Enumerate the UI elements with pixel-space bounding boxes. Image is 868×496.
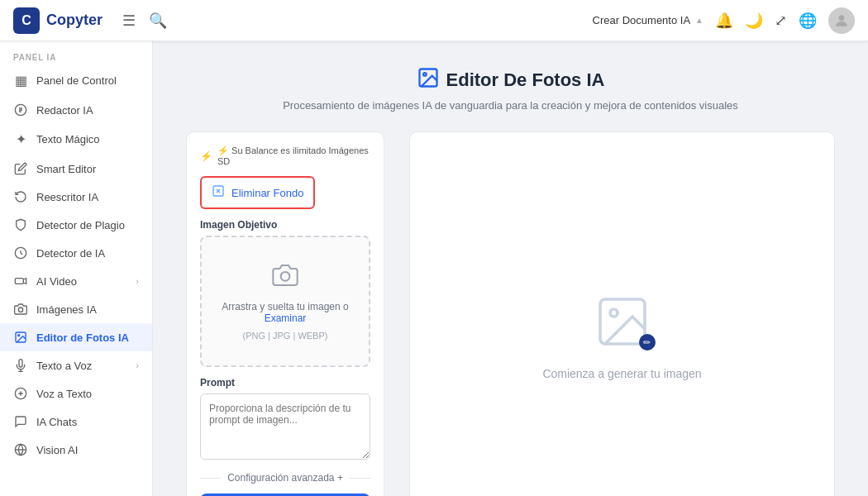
image-section: Imagen Objetivo Arrastra y suelta tu ima… <box>200 219 370 367</box>
moon-button[interactable]: 🌙 <box>745 12 763 30</box>
upload-drag-text: Arrastra y suelta tu imagen o <box>222 301 348 312</box>
redactor-icon <box>13 103 28 117</box>
globe-icon: 🌐 <box>799 12 817 30</box>
edit-icon <box>13 162 28 175</box>
body-layout: PANEL IA ▦ Panel de Control Redactor IA … <box>0 41 868 496</box>
upload-hint: (PNG | JPG | WEBP) <box>243 331 328 341</box>
upload-icon <box>272 262 298 294</box>
balance-notice: ⚡ ⚡ Su Balance es ilimitado Imágenes SD <box>200 145 370 166</box>
logo-area: C Copyter <box>13 7 103 34</box>
move-button[interactable]: ⤢ <box>775 12 787 30</box>
image-section-label: Imagen Objetivo <box>200 219 370 231</box>
sidebar-item-detector-plagio[interactable]: Detector de Plagio <box>0 211 152 239</box>
move-icon: ⤢ <box>775 12 787 30</box>
sidebar-item-voz-texto[interactable]: Voz a Texto <box>0 379 152 408</box>
crear-documento-label: Crear Documento IA <box>593 14 691 26</box>
tool-cards: Eliminar Fondo <box>200 176 370 209</box>
right-panel: ✏ Comienza a generar tu imagen <box>409 131 835 496</box>
tts-icon <box>13 359 28 372</box>
sidebar-item-label: Texto Mágico <box>36 133 139 145</box>
prompt-textarea[interactable] <box>200 393 370 460</box>
sidebar-item-ia-chats[interactable]: IA Chats <box>0 408 152 436</box>
topnav: C Copyter ☰ 🔍 Crear Documento IA ▲ 🔔 🌙 ⤢… <box>0 0 868 41</box>
sidebar-item-label: Detector de Plagio <box>36 219 139 231</box>
image-remove-icon <box>212 184 225 201</box>
advanced-config-link[interactable]: Configuración avanzada + <box>227 472 343 484</box>
svg-point-0 <box>839 15 845 21</box>
svg-point-4 <box>18 308 22 312</box>
sidebar-item-label: Detector de IA <box>36 247 139 260</box>
page-title: Editor De Fotos IA <box>283 66 738 94</box>
crear-documento-button[interactable]: Crear Documento IA ▲ <box>593 14 703 26</box>
sidebar-item-imagenes-ia[interactable]: Imágenes IA <box>0 295 152 323</box>
logo-text: Copyter <box>46 12 103 29</box>
prompt-label: Prompt <box>200 377 370 389</box>
chat-icon <box>13 415 28 428</box>
preview-text: Comienza a generar tu imagen <box>542 367 701 380</box>
prompt-section: Prompt <box>200 377 370 462</box>
page-subtitle: Procesamiento de imágenes IA de vanguard… <box>283 99 738 112</box>
nav-icons-left: ☰ 🔍 <box>122 12 167 30</box>
video-icon <box>13 274 28 288</box>
magic-icon: ✦ <box>13 131 28 147</box>
sidebar-item-vision-ai[interactable]: Vision AI <box>0 436 152 464</box>
page-title-icon <box>417 66 440 94</box>
preview-icon-container: ✏ <box>593 292 652 354</box>
sidebar-item-label: AI Video <box>36 275 127 288</box>
page-title-text: Editor De Fotos IA <box>446 69 605 91</box>
sidebar-item-reescritor-ia[interactable]: Reescritor IA <box>0 183 152 211</box>
tool-card-label: Eliminar Fondo <box>231 187 303 199</box>
left-panel: ⚡ ⚡ Su Balance es ilimitado Imágenes SD … <box>186 131 384 496</box>
svg-point-15 <box>281 272 290 281</box>
camera-icon <box>13 303 28 316</box>
menu-button[interactable]: ☰ <box>122 12 136 30</box>
avatar[interactable] <box>828 7 855 34</box>
sidebar-item-texto-voz[interactable]: Texto a Voz › <box>0 351 152 379</box>
rewrite-icon <box>13 190 28 203</box>
balance-text: ⚡ Su Balance es ilimitado Imágenes SD <box>217 145 370 166</box>
sidebar-item-texto-magico[interactable]: ✦ Texto Mágico <box>0 124 152 155</box>
upload-browse-link[interactable]: Examinar <box>265 312 307 324</box>
search-button[interactable]: 🔍 <box>149 12 167 30</box>
detector-icon <box>13 246 28 260</box>
sidebar-item-redactor-ia[interactable]: Redactor IA <box>0 96 152 124</box>
sidebar-item-label: Editor de Fotos IA <box>36 331 139 344</box>
sidebar-item-label: Panel de Control <box>36 74 139 87</box>
sidebar-item-label: Imágenes IA <box>36 303 139 316</box>
nav-right: Crear Documento IA ▲ 🔔 🌙 ⤢ 🌐 <box>593 7 855 34</box>
grid-icon: ▦ <box>13 73 28 88</box>
svg-point-17 <box>610 309 618 317</box>
advanced-config: Configuración avanzada + <box>200 472 370 484</box>
upload-area[interactable]: Arrastra y suelta tu imagen o Examinar (… <box>200 236 370 367</box>
shield-icon <box>13 218 28 231</box>
vision-icon <box>13 443 28 456</box>
lightning-icon: ⚡ <box>200 150 212 162</box>
sidebar-item-label: Reescritor IA <box>36 191 139 203</box>
svg-point-6 <box>18 335 20 336</box>
sidebar-item-ai-video[interactable]: AI Video › <box>0 267 152 295</box>
bell-button[interactable]: 🔔 <box>715 12 733 30</box>
sidebar-item-label: Texto a Voz <box>36 360 127 372</box>
bell-icon: 🔔 <box>715 12 733 30</box>
photo-edit-icon <box>13 331 28 344</box>
menu-icon: ☰ <box>122 12 136 30</box>
sidebar-section-label: PANEL IA <box>0 41 152 65</box>
sidebar: PANEL IA ▦ Panel de Control Redactor IA … <box>0 41 153 496</box>
logo-letter: C <box>21 13 31 28</box>
page-header: Editor De Fotos IA Procesamiento de imág… <box>283 66 738 112</box>
sidebar-item-panel-control[interactable]: ▦ Panel de Control <box>0 65 152 96</box>
sidebar-item-smart-editor[interactable]: Smart Editor <box>0 155 152 183</box>
sidebar-item-detector-ia[interactable]: Detector de IA <box>0 239 152 267</box>
tool-card-eliminar-fondo[interactable]: Eliminar Fondo <box>200 176 315 209</box>
logo-box: C <box>13 7 40 34</box>
sidebar-item-label: IA Chats <box>36 416 139 428</box>
preview-badge: ✏ <box>639 334 656 351</box>
svg-rect-3 <box>15 279 23 284</box>
globe-button[interactable]: 🌐 <box>799 12 817 30</box>
sidebar-item-label: Vision AI <box>36 444 139 456</box>
sidebar-item-editor-fotos[interactable]: Editor de Fotos IA <box>0 323 152 351</box>
sidebar-item-label: Smart Editor <box>36 163 139 175</box>
chevron-right-icon: › <box>136 276 139 286</box>
upload-text: Arrastra y suelta tu imagen o Examinar <box>215 301 355 324</box>
stt-icon <box>13 387 28 400</box>
